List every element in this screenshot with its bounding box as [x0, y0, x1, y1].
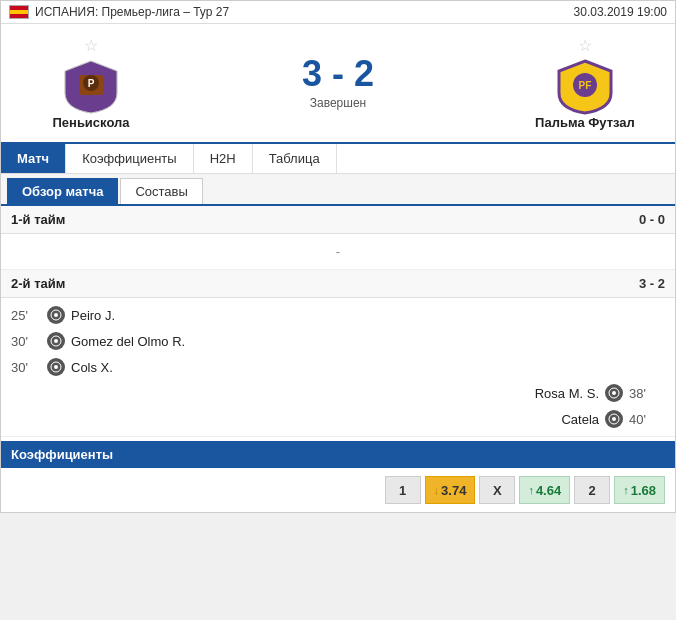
event-time-away-1: 38': [629, 386, 665, 401]
second-half-label: 2-й тайм: [11, 276, 65, 291]
away-team-name: Пальма Футзал: [535, 115, 635, 130]
arrow-down-icon-1: ↓: [434, 484, 440, 496]
main-tabs-bar: Матч Коэффициенты H2H Таблица: [1, 142, 675, 174]
tab-match[interactable]: Матч: [1, 144, 66, 173]
score-section: 3 - 2 Завершен: [302, 56, 374, 110]
svg-point-10: [54, 365, 58, 369]
sub-tab-lineups[interactable]: Составы: [120, 178, 202, 204]
svg-point-14: [612, 417, 616, 421]
event-player-2: Gomez del Olmo R.: [71, 334, 185, 349]
event-time-3: 30': [11, 360, 47, 375]
second-half-content: 25' Peiro J. 30' Gomez del Olmo R. 30' C…: [1, 298, 675, 437]
event-time-away-2: 40': [629, 412, 665, 427]
event-home-3: 30' Cols X.: [11, 354, 665, 380]
first-half-placeholder: -: [11, 238, 665, 265]
header-left: ИСПАНИЯ: Премьер-лига – Тур 27: [9, 5, 229, 19]
goal-icon-2: [47, 332, 65, 350]
event-player-away-2: Catela: [561, 412, 599, 427]
first-half-content: -: [1, 234, 675, 270]
arrow-up-icon-2: ↑: [623, 484, 629, 496]
home-favorite-icon[interactable]: ☆: [84, 36, 98, 55]
home-team-name: Пеньискола: [52, 115, 129, 130]
team-away: ☆ PF Пальма Футзал: [515, 36, 655, 130]
goal-icon-1: [47, 306, 65, 324]
coeff-value-1[interactable]: ↓ 3.74: [425, 476, 476, 504]
sub-tabs-bar: Обзор матча Составы: [1, 174, 675, 206]
away-team-logo: PF: [557, 59, 613, 115]
spain-flag-icon: [9, 5, 29, 19]
event-player-away-1: Rosa M. S.: [535, 386, 599, 401]
svg-text:PF: PF: [579, 80, 592, 91]
match-datetime: 30.03.2019 19:00: [574, 5, 667, 19]
event-home-1: 25' Peiro J.: [11, 302, 665, 328]
coefficients-header: Коэффициенты: [1, 441, 675, 468]
event-away-2: Catela 40': [11, 406, 665, 432]
coeff-num-1: 3.74: [441, 483, 466, 498]
tab-coefficients[interactable]: Коэффициенты: [66, 144, 194, 173]
event-player-1: Peiro J.: [71, 308, 115, 323]
second-half-header: 2-й тайм 3 - 2: [1, 270, 675, 298]
coefficients-row: 1 ↓ 3.74 X ↑ 4.64 2 ↑ 1.68: [1, 468, 675, 512]
goal-icon-away-1: [605, 384, 623, 402]
teams-section: ☆ P Пеньискола 3 - 2 Завершен: [1, 24, 675, 142]
coefficients-label: Коэффициенты: [11, 447, 113, 462]
svg-point-12: [612, 391, 616, 395]
event-time-1: 25': [11, 308, 47, 323]
league-label: ИСПАНИЯ: Премьер-лига – Тур 27: [35, 5, 229, 19]
svg-text:P: P: [88, 78, 95, 89]
tab-table[interactable]: Таблица: [253, 144, 337, 173]
score-status: Завершен: [310, 96, 366, 110]
away-favorite-icon[interactable]: ☆: [578, 36, 592, 55]
arrow-up-icon-x: ↑: [528, 484, 534, 496]
first-half-section: 1-й тайм 0 - 0 -: [1, 206, 675, 270]
event-home-2: 30' Gomez del Olmo R.: [11, 328, 665, 354]
event-time-2: 30': [11, 334, 47, 349]
coeff-label-1[interactable]: 1: [385, 476, 421, 504]
goal-icon-away-2: [605, 410, 623, 428]
coeff-value-2[interactable]: ↑ 1.68: [614, 476, 665, 504]
coeff-label-2[interactable]: 2: [574, 476, 610, 504]
first-half-header: 1-й тайм 0 - 0: [1, 206, 675, 234]
coeff-num-x: 4.64: [536, 483, 561, 498]
tab-h2h[interactable]: H2H: [194, 144, 253, 173]
coeff-label-x[interactable]: X: [479, 476, 515, 504]
goal-icon-3: [47, 358, 65, 376]
coeff-value-x[interactable]: ↑ 4.64: [519, 476, 570, 504]
svg-point-8: [54, 339, 58, 343]
second-half-section: 2-й тайм 3 - 2 25' Peiro J. 30' Gomez de…: [1, 270, 675, 437]
coeff-num-2: 1.68: [631, 483, 656, 498]
svg-point-6: [54, 313, 58, 317]
sub-tab-overview[interactable]: Обзор матча: [7, 178, 118, 204]
first-half-label: 1-й тайм: [11, 212, 65, 227]
second-half-score: 3 - 2: [639, 276, 665, 291]
match-container: ИСПАНИЯ: Премьер-лига – Тур 27 30.03.201…: [0, 0, 676, 513]
event-player-3: Cols X.: [71, 360, 113, 375]
match-header-bar: ИСПАНИЯ: Премьер-лига – Тур 27 30.03.201…: [1, 1, 675, 24]
first-half-score: 0 - 0: [639, 212, 665, 227]
team-home: ☆ P Пеньискола: [21, 36, 161, 130]
home-team-logo: P: [63, 59, 119, 115]
score-display: 3 - 2: [302, 56, 374, 92]
event-away-1: Rosa M. S. 38': [11, 380, 665, 406]
